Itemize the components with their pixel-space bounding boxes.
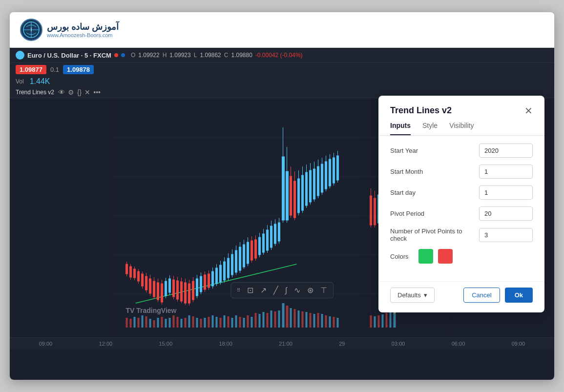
- logo-title: آموزش ساده بورس: [47, 21, 119, 32]
- logo-icon: آ: [20, 18, 43, 41]
- input-pivot-period[interactable]: [479, 206, 533, 221]
- input-start-month[interactable]: [479, 165, 533, 179]
- logo-area: آ آموزش ساده بورس www.Amoozesh-Boors.com: [20, 18, 119, 41]
- form-row-pivot-points: Number of Pivot Points to check: [390, 227, 533, 242]
- chart-container: Euro / U.S. Dollar · 5 · FXCM O 1.09922 …: [10, 48, 554, 380]
- colors-row: Colors: [390, 249, 533, 264]
- label-start-year: Start Year: [390, 147, 479, 154]
- chevron-down-icon: ▾: [424, 291, 427, 299]
- site-header: آ آموزش ساده بورس www.Amoozesh-Boors.com: [10, 12, 554, 48]
- label-start-day: Start day: [390, 189, 479, 196]
- logo-subtitle: www.Amoozesh-Boors.com: [47, 32, 119, 38]
- form-row-pivot-period: Pivot Period: [390, 206, 533, 221]
- defaults-button[interactable]: Defaults ▾: [390, 288, 435, 303]
- label-pivot-period: Pivot Period: [390, 210, 479, 217]
- form-row-start-year: Start Year: [390, 144, 533, 158]
- dialog-title: Trend Lines v2: [390, 105, 452, 116]
- tab-inputs[interactable]: Inputs: [390, 122, 411, 135]
- dialog-tabs: Inputs Style Visibility: [378, 116, 544, 136]
- input-start-day[interactable]: [479, 186, 533, 200]
- input-pivot-points[interactable]: [479, 228, 533, 242]
- dialog-footer: Defaults ▾ Cancel Ok: [378, 281, 544, 312]
- logo-text-block: آموزش ساده بورس www.Amoozesh-Boors.com: [47, 21, 119, 38]
- tab-style[interactable]: Style: [422, 122, 438, 135]
- defaults-label: Defaults: [397, 291, 421, 299]
- colors-label: Colors: [390, 253, 409, 260]
- dialog-header: Trend Lines v2 ✕: [378, 96, 544, 116]
- color-swatch-red[interactable]: [438, 249, 453, 264]
- label-start-month: Start Month: [390, 168, 479, 175]
- form-row-start-month: Start Month: [390, 165, 533, 179]
- form-row-start-day: Start day: [390, 186, 533, 200]
- ok-button[interactable]: Ok: [505, 288, 533, 303]
- tab-visibility[interactable]: Visibility: [449, 122, 474, 135]
- dialog: Trend Lines v2 ✕ Inputs Style Visibility…: [378, 96, 544, 312]
- color-swatch-green[interactable]: [418, 249, 433, 264]
- modal-overlay: Trend Lines v2 ✕ Inputs Style Visibility…: [10, 48, 554, 380]
- outer-frame: آ آموزش ساده بورس www.Amoozesh-Boors.com…: [10, 12, 554, 380]
- label-pivot-points: Number of Pivot Points to check: [390, 227, 479, 242]
- input-start-year[interactable]: [479, 144, 533, 158]
- dialog-close-button[interactable]: ✕: [524, 106, 533, 116]
- cancel-button[interactable]: Cancel: [463, 288, 500, 303]
- dialog-body: Start Year Start Month Start day: [378, 136, 544, 281]
- footer-actions: Cancel Ok: [463, 288, 533, 303]
